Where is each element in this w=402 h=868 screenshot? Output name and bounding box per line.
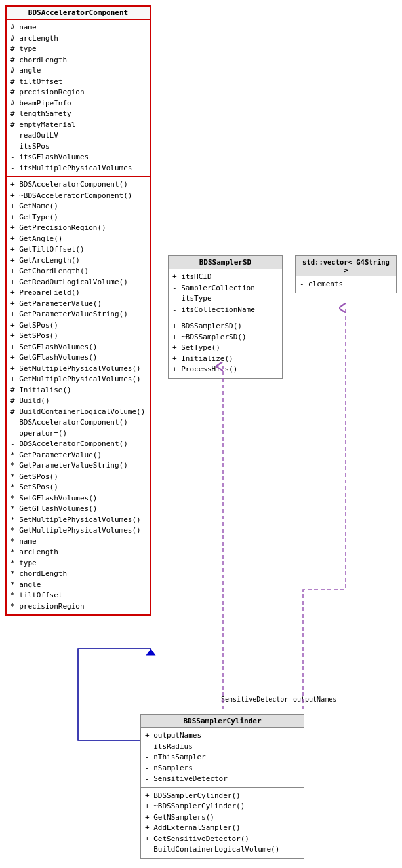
acc-method-15: + SetGFlashVolumes() [10,342,146,353]
cylinder-methods: + BDSSamplerCylinder() + ~BDSSamplerCyli… [141,788,304,858]
acc-method-34: * arcLength [10,547,146,558]
sd-field-2: - itsType [172,293,278,305]
acc-method-29: * SetGFlashVolumes() [10,493,146,504]
acc-method-24: - BDSAcceleratorComponent() [10,439,146,450]
vector-fields: - elements [296,276,396,293]
sd-method-2: + SetType() [172,343,278,354]
acc-method-32: * GetMultiplePhysicalVolumes() [10,525,146,537]
acc-method-12: + GetParameterValueString() [10,309,146,320]
arrow-cylinder-to-vector [303,308,346,709]
vec-field-0: - elements [300,279,392,290]
diagram-container: BDSAcceleratorComponent # name # arcLeng… [0,0,402,868]
acc-method-9: + GetReadOutLogicalVolume() [10,277,146,288]
sd-field-1: - SamplerCollection [172,283,278,294]
acc-method-5: + GetAngle() [10,234,146,245]
acc-method-7: + GetArcLength() [10,255,146,267]
acc-method-8: + GetChordLength() [10,266,146,277]
acc-method-31: * SetMultiplePhysicalVolumes() [10,515,146,526]
cyl-field-2: - nThisSampler [145,752,300,763]
acc-field-12: - itsGFlashVolumes [10,152,146,163]
acc-method-18: + GetMultiplePhysicalVolumes() [10,374,146,385]
acc-method-19: # Initialise() [10,385,146,396]
sd-method-3: + Initialize() [172,354,278,365]
sd-field-0: + itsHCID [172,272,278,283]
accelerator-methods: + BDSAcceleratorComponent() + ~BDSAccele… [7,177,150,614]
acc-field-13: - itsMultiplePhysicalVolumes [10,163,146,174]
acc-method-35: * type [10,558,146,569]
acc-method-11: + GetParameterValue() [10,299,146,310]
acc-method-23: - operator=() [10,428,146,440]
acc-field-5: # tiltOffset [10,77,146,88]
accelerator-title: BDSAcceleratorComponent [7,7,150,20]
box-vector: std::vector< G4String > - elements [295,255,397,293]
acc-method-4: + GetPrecisionRegion() [10,223,146,234]
sensitive-detector-label: SensitiveDetector [221,696,288,703]
cyl-field-3: - nSamplers [145,763,300,774]
acc-field-2: # type [10,44,146,55]
accelerator-fields: # name # arcLength # type # chordLength … [7,20,150,177]
acc-method-39: * precisionRegion [10,601,146,613]
sd-method-1: + ~BDSSamplerSD() [172,332,278,343]
acc-method-36: * chordLength [10,569,146,580]
acc-method-10: + PrepareField() [10,288,146,299]
acc-method-16: + GetGFlashVolumes() [10,352,146,364]
samplersd-title: BDSSamplerSD [169,256,282,269]
cyl-method-0: + BDSSamplerCylinder() [145,791,300,802]
acc-method-6: + GetTiltOffset() [10,244,146,255]
cyl-method-1: + ~BDSSamplerCylinder() [145,801,300,812]
box-samplersd: BDSSamplerSD + itsHCID - SamplerCollecti… [168,255,283,379]
acc-method-13: + GetSPos() [10,320,146,331]
box-accelerator: BDSAcceleratorComponent # name # arcLeng… [5,5,151,616]
samplersd-methods: + BDSSamplerSD() + ~BDSSamplerSD() + Set… [169,318,282,378]
acc-field-7: # beamPipeInfo [10,98,146,109]
acc-method-37: * angle [10,580,146,591]
acc-field-3: # chordLength [10,55,146,66]
cylinder-fields: + outputNames - itsRadius - nThisSampler… [141,728,304,788]
sd-method-4: + ProcessHits() [172,364,278,375]
cyl-method-5: - BuildContainerLogicalVolume() [145,844,300,856]
acc-method-33: * name [10,537,146,548]
cyl-field-0: + outputNames [145,730,300,742]
output-names-label: outputNames [293,696,336,703]
cyl-method-4: + GetSensitiveDetector() [145,834,300,845]
acc-method-27: * GetSPos() [10,472,146,483]
acc-field-8: # lengthSafety [10,109,146,120]
cyl-field-1: - itsRadius [145,742,300,753]
acc-method-22: - BDSAcceleratorComponent() [10,417,146,428]
box-cylinder: BDSSamplerCylinder + outputNames - itsRa… [140,714,304,859]
acc-method-2: + GetName() [10,201,146,212]
acc-method-25: * GetParameterValue() [10,450,146,461]
acc-method-21: # BuildContainerLogicalVolume() [10,407,146,418]
acc-field-0: # name [10,22,146,33]
samplersd-fields: + itsHCID - SamplerCollection - itsType … [169,269,282,318]
acc-method-1: + ~BDSAcceleratorComponent() [10,191,146,202]
acc-method-28: * SetSPos() [10,482,146,493]
cylinder-title: BDSSamplerCylinder [141,715,304,728]
sd-method-0: + BDSSamplerSD() [172,321,278,332]
acc-method-0: + BDSAcceleratorComponent() [10,179,146,191]
acc-method-30: * GetGFlashVolumes() [10,504,146,515]
acc-field-10: - readOutLV [10,130,146,142]
sd-field-3: - itsCollectionName [172,305,278,316]
cyl-field-4: - SensitiveDetector [145,774,300,785]
acc-field-9: # emptyMaterial [10,120,146,131]
acc-method-26: * GetParameterValueString() [10,461,146,472]
acc-field-6: # precisionRegion [10,87,146,98]
acc-method-14: + SetSPos() [10,331,146,342]
cyl-method-3: + AddExternalSampler() [145,823,300,834]
acc-method-3: + GetType() [10,212,146,223]
acc-field-11: - itsSPos [10,142,146,153]
acc-field-1: # arcLength [10,33,146,45]
vector-title: std::vector< G4String > [296,256,396,276]
acc-method-20: # Build() [10,396,146,407]
cyl-method-2: + GetNSamplers() [145,812,300,823]
acc-method-17: + SetMultiplePhysicalVolumes() [10,364,146,375]
acc-field-4: # angle [10,66,146,77]
acc-method-38: * tiltOffset [10,590,146,601]
